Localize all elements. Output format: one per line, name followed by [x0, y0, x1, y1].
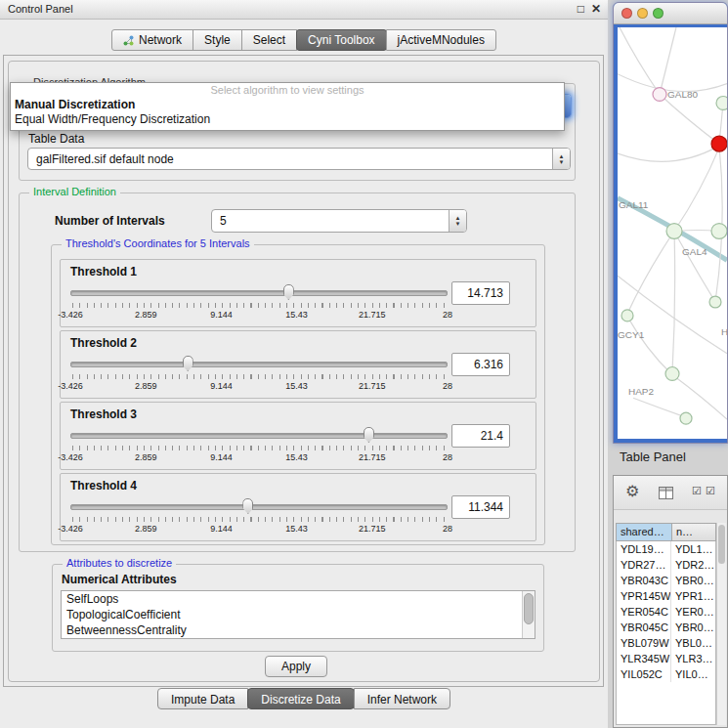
- threshold-slider[interactable]: -3.4262.8599.14415.4321.71528: [70, 426, 448, 467]
- threshold-slider[interactable]: -3.4262.8599.14415.4321.71528: [70, 283, 448, 324]
- number-of-intervals-select[interactable]: 5 ▲▼: [211, 209, 467, 233]
- network-edge[interactable]: [633, 398, 686, 417]
- tick-label: 2.859: [135, 452, 157, 462]
- list-scrollbar[interactable]: [522, 591, 535, 638]
- minimize-button[interactable]: [637, 8, 648, 19]
- zoom-button[interactable]: [653, 8, 664, 19]
- network-edge[interactable]: [627, 317, 670, 373]
- slider-thumb-icon[interactable]: [183, 356, 193, 371]
- network-window-titlebar[interactable]: [614, 3, 727, 24]
- attribute-item[interactable]: TopologicalCoefficient: [62, 607, 535, 622]
- attribute-item[interactable]: BetweennessCentrality: [62, 622, 535, 638]
- table-cell: YBL0…: [671, 635, 715, 651]
- network-edge[interactable]: [672, 374, 727, 419]
- table-row[interactable]: YDL19…YDL1…: [617, 541, 715, 557]
- threshold-panel: Threshold 2-3.4262.8599.14415.4321.71528…: [60, 330, 536, 399]
- column-header-n[interactable]: n…: [672, 523, 716, 541]
- threshold-value-field[interactable]: 14.713: [451, 281, 510, 305]
- minimize-icon[interactable]: □: [578, 2, 584, 16]
- numerical-attributes-title: Numerical Attributes: [62, 573, 177, 586]
- tick-label: -3.426: [58, 524, 83, 534]
- threshold-label: Threshold 3: [70, 407, 137, 421]
- table-row[interactable]: YDR27…YDR2…: [617, 557, 715, 573]
- node-label: GAL4: [682, 246, 707, 257]
- table-data-select[interactable]: galFiltered.sif default node ▲▼: [27, 148, 571, 170]
- bottom-tab-discretize-data[interactable]: Discretize Data: [247, 688, 354, 709]
- network-edge[interactable]: [660, 27, 676, 95]
- network-edge[interactable]: [618, 146, 719, 161]
- tab-style[interactable]: Style: [193, 29, 242, 51]
- network-node[interactable]: [680, 412, 692, 424]
- table-scrollbar[interactable]: [716, 523, 726, 725]
- slider-thumb-icon[interactable]: [364, 427, 374, 443]
- network-edge[interactable]: [660, 95, 719, 145]
- attributes-group-label: Attributes to discretize: [63, 557, 176, 569]
- numerical-attributes-list[interactable]: SelfLoopsTopologicalCoefficientBetweenne…: [61, 590, 535, 639]
- tick-label: 2.859: [135, 310, 157, 320]
- network-canvas[interactable]: GAL80GAL11GAL4GCY1HAP2H: [618, 27, 727, 439]
- network-node[interactable]: [621, 310, 633, 321]
- scrollbar-thumb[interactable]: [718, 525, 725, 564]
- attribute-item[interactable]: SelfLoops: [62, 591, 535, 607]
- tab-cyni-toolbox[interactable]: Cyni Toolbox: [296, 29, 386, 51]
- network-node[interactable]: [665, 367, 679, 381]
- tab-select[interactable]: Select: [241, 29, 297, 51]
- table-row[interactable]: YBR045CYBR0…: [617, 620, 715, 635]
- tick-label: 21.715: [359, 310, 386, 320]
- network-node[interactable]: [711, 224, 727, 239]
- table-cell: YBR045C: [617, 620, 671, 635]
- bottom-tab-infer-network[interactable]: Infer Network: [354, 688, 450, 709]
- network-graph[interactable]: GAL80GAL11GAL4GCY1HAP2H: [618, 27, 727, 439]
- network-edge[interactable]: [620, 27, 660, 95]
- table-row[interactable]: YPR145WYPR1…: [617, 588, 715, 604]
- threshold-slider[interactable]: -3.4262.8599.14415.4321.71528: [70, 355, 448, 396]
- columns-icon[interactable]: [659, 486, 673, 503]
- tick-label: -3.426: [58, 381, 83, 391]
- threshold-value-field[interactable]: 6.316: [451, 353, 510, 376]
- main-panel: Discretization Algorithm ▲▼ Table Data g…: [3, 55, 604, 687]
- network-node[interactable]: [709, 296, 721, 308]
- network-node[interactable]: [716, 96, 727, 109]
- tab-label: Network: [139, 33, 182, 47]
- network-edge[interactable]: [618, 276, 727, 353]
- table-row[interactable]: YLR345WYLR3…: [617, 651, 715, 666]
- column-header-shared[interactable]: shared…: [616, 523, 672, 541]
- network-node[interactable]: [711, 136, 727, 151]
- gear-icon[interactable]: ⚙: [625, 482, 639, 500]
- threshold-panel: Threshold 3-3.4262.8599.14415.4321.71528…: [60, 402, 536, 470]
- network-node[interactable]: [666, 224, 682, 239]
- network-edge[interactable]: [676, 235, 715, 302]
- table-header-row: shared…n…: [616, 523, 716, 541]
- apply-button[interactable]: Apply: [265, 656, 327, 677]
- threshold-panel: Threshold 4-3.4262.8599.14415.4321.71528…: [60, 473, 536, 541]
- table-row[interactable]: YIL052CYIL0…: [617, 666, 715, 682]
- network-node[interactable]: [653, 88, 666, 102]
- dropdown-option-equal-width-frequency-discretization[interactable]: Equal Width/Frequency Discretization: [11, 112, 564, 127]
- network-edge[interactable]: [672, 232, 675, 372]
- table-row[interactable]: YER054CYER0…: [617, 604, 715, 620]
- bottom-tab-impute-data[interactable]: Impute Data: [157, 688, 248, 709]
- threshold-value-field[interactable]: 21.4: [451, 424, 510, 448]
- dropdown-option-manual-discretization[interactable]: Manual Discretization: [11, 98, 564, 112]
- scrollbar-thumb[interactable]: [524, 593, 534, 624]
- table-row[interactable]: YBL079WYBL0…: [617, 635, 715, 651]
- threshold-slider[interactable]: -3.4262.8599.14415.4321.71528: [70, 497, 448, 538]
- select-none-icon[interactable]: ☑: [706, 485, 715, 497]
- slider-thumb-icon[interactable]: [242, 498, 253, 514]
- slider-track: [70, 433, 448, 439]
- select-all-icon[interactable]: ☑: [692, 485, 702, 497]
- tick-label: -3.426: [58, 452, 83, 462]
- table-cell: YIL052C: [617, 666, 671, 682]
- table-cell: YBR0…: [671, 573, 715, 588]
- close-button[interactable]: [621, 8, 632, 19]
- slider-thumb-icon[interactable]: [283, 284, 294, 300]
- table-row[interactable]: YBR043CYBR0…: [617, 573, 715, 588]
- table-panel-window: ⚙ ☑ ☑ shared…n… YDL19…YDL1…YDR27…YDR2…YB…: [613, 475, 728, 728]
- interval-definition-group: Interval Definition Number of Intervals …: [19, 193, 576, 552]
- dropdown-hint: Select algorithm to view settings: [11, 83, 564, 98]
- close-icon[interactable]: ✕: [591, 2, 601, 16]
- threshold-value-field[interactable]: 11.344: [451, 495, 510, 519]
- tick-label: 28: [443, 524, 452, 534]
- tab-network[interactable]: Network: [111, 29, 193, 51]
- tab-jactivemnodules[interactable]: jActiveMNodules: [386, 29, 496, 51]
